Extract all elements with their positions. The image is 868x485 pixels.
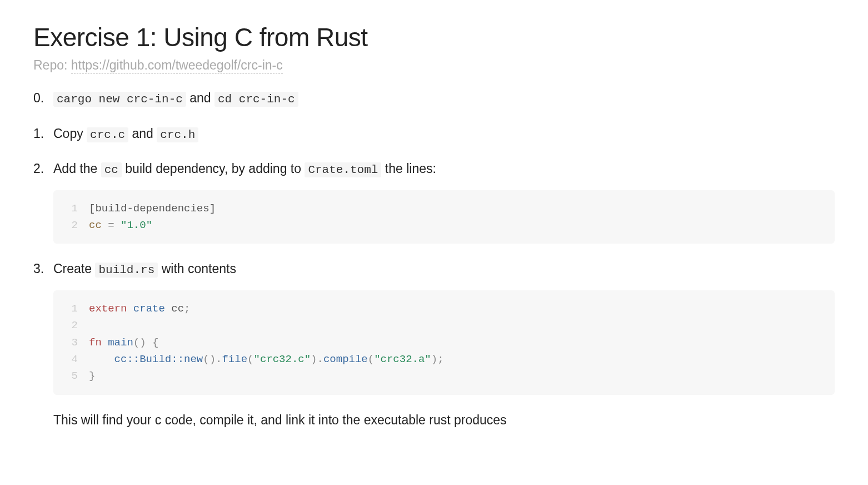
inline-code: Crate.toml <box>305 162 381 177</box>
step-0: cargo new crc-in-c and cd crc-in-c <box>33 88 835 108</box>
inline-code: crc.h <box>157 127 198 142</box>
line-number: 5 <box>64 368 78 384</box>
repo-label: Repo: <box>33 58 71 72</box>
token-punc: { <box>146 334 159 351</box>
code-line: 3fn main() { <box>64 334 824 351</box>
token-punc: ( <box>368 351 374 368</box>
code-line: 2cc = "1.0" <box>64 217 824 234</box>
line-number: 2 <box>64 317 78 334</box>
token-section: [build-dependencies] <box>89 200 216 217</box>
steps-list: cargo new crc-in-c and cd crc-in-c Copy … <box>33 88 835 429</box>
page-title: Exercise 1: Using C from Rust <box>33 22 835 52</box>
line-number: 1 <box>64 200 78 217</box>
token-punc: ). <box>311 351 323 368</box>
line-number: 1 <box>64 300 78 317</box>
line-number: 2 <box>64 217 78 234</box>
text: and <box>186 91 214 105</box>
token-op: = <box>102 217 121 234</box>
token-key: cc <box>89 217 102 234</box>
token-string: "crc32.c" <box>253 351 311 368</box>
text: the lines: <box>381 161 436 176</box>
token-keyword: extern <box>89 300 127 317</box>
line-number: 3 <box>64 334 78 351</box>
text: Add the <box>53 161 101 176</box>
text: and <box>128 126 157 141</box>
inline-code: cargo new crc-in-c <box>53 92 186 107</box>
token-punc: () <box>133 334 146 351</box>
token-ident: cc <box>171 300 184 317</box>
repo-line: Repo: https://github.com/tweedegolf/crc-… <box>33 58 835 73</box>
step-2: Add the cc build dependency, by adding t… <box>33 159 835 244</box>
token-string: "1.0" <box>121 217 152 234</box>
token-punc: ); <box>431 351 444 368</box>
code-line: 4 cc::Build::new().file("crc32.c").compi… <box>64 351 824 368</box>
line-number: 4 <box>64 351 78 368</box>
repo-link[interactable]: https://github.com/tweedegolf/crc-in-c <box>71 58 283 74</box>
text: with contents <box>158 261 236 276</box>
step-3: Create build.rs with contents 1extern cr… <box>33 259 835 429</box>
token-keyword: crate <box>127 300 171 317</box>
code-block-toml: 1[build-dependencies] 2cc = "1.0" <box>53 190 835 244</box>
token-fn: compile <box>323 351 368 368</box>
text: Create <box>53 261 95 276</box>
followup-text: This will find your c code, compile it, … <box>53 410 835 430</box>
code-line: 5} <box>64 368 824 384</box>
step-1: Copy crc.c and crc.h <box>33 124 835 144</box>
token-path: cc::Build::new <box>114 351 203 368</box>
token-punc: ( <box>247 351 253 368</box>
inline-code: build.rs <box>95 263 158 278</box>
code-block-rust: 1extern crate cc; 2 3fn main() { 4 cc::B… <box>53 290 835 395</box>
token-fn: file <box>222 351 247 368</box>
code-line: 1[build-dependencies] <box>64 200 824 217</box>
token-punc: } <box>89 368 95 384</box>
text: build dependency, by adding to <box>122 161 305 176</box>
inline-code: cc <box>101 162 122 177</box>
text: Copy <box>53 126 87 141</box>
token-fn: main <box>102 334 133 351</box>
inline-code: cd crc-in-c <box>214 92 298 107</box>
token-indent <box>89 351 114 368</box>
inline-code: crc.c <box>87 127 128 142</box>
code-line: 2 <box>64 317 824 334</box>
token-punc: (). <box>203 351 222 368</box>
code-line: 1extern crate cc; <box>64 300 824 317</box>
token-punc: ; <box>184 300 190 317</box>
token-keyword: fn <box>89 334 102 351</box>
token-string: "crc32.a" <box>374 351 431 368</box>
